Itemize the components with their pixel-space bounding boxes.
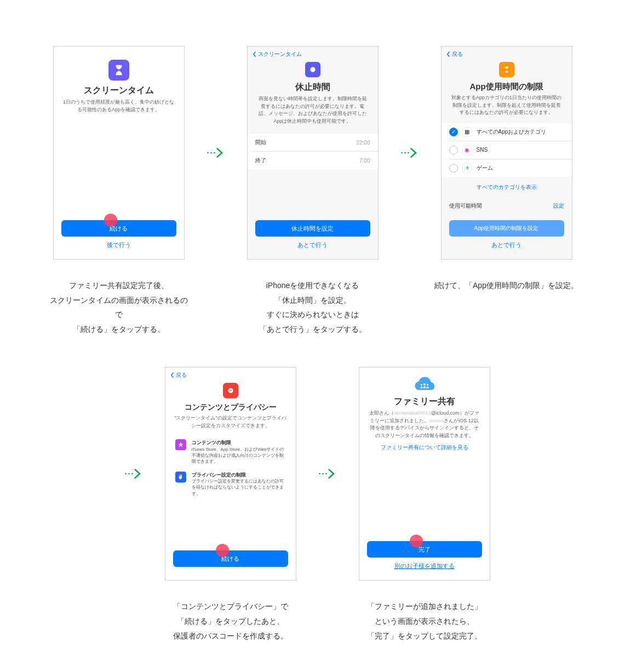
tap-indicator: [104, 214, 117, 227]
nav-back-4[interactable]: 戻る: [170, 371, 187, 379]
cat-row-2[interactable]: ✈ ゲーム: [441, 159, 572, 177]
feature-content: コンテンツの制限iTunes Store、App Store、およびWebサイト…: [165, 436, 296, 468]
set-downtime-button[interactable]: 休止時間を設定: [255, 220, 370, 237]
continue-button-1[interactable]: 続ける: [61, 220, 176, 237]
feature-privacy: プライバシー設定の制限プライバシー設定を変更するにはあなたの許可を得なければなら…: [165, 468, 296, 500]
game-icon: ✈: [462, 163, 472, 173]
svg-point-6: [408, 152, 409, 154]
svg-point-1: [210, 152, 212, 154]
later-link-2[interactable]: あとで行う: [248, 237, 378, 254]
svg-point-12: [319, 473, 320, 475]
svg-point-9: [131, 473, 133, 475]
desc-4: "スクリーンタイム"の設定でコンテンツとプライバシー設定をカスタマイズできます。: [165, 412, 296, 432]
svg-point-5: [404, 152, 406, 154]
nav-4: 戻る: [165, 367, 296, 383]
checkbox-off[interactable]: [449, 164, 458, 173]
later-link-1[interactable]: 後で行う: [54, 237, 184, 254]
desc-5: 太郎さん（tarotanaka00011@icloud.com）がファミリーに追…: [359, 407, 490, 441]
title-3: App使用時間の制限: [441, 82, 572, 92]
caption-1: ファミリー共有設定完了後、 スクリーンタイムの画面が表示されるので 「続ける」を…: [42, 278, 196, 336]
end-row[interactable]: 終了7:00: [248, 152, 378, 169]
nav-back-2[interactable]: スクリーンタイム: [252, 50, 302, 58]
svg-point-8: [128, 473, 130, 475]
title-5: ファミリー共有: [359, 396, 490, 407]
all-apps-icon: ▦: [462, 127, 472, 137]
svg-point-15: [420, 384, 422, 386]
svg-point-16: [423, 383, 426, 386]
step-2: スクリーンタイム 休止時間 画面を見ない時間帯を設定します。制限時間を延長するに…: [236, 46, 389, 336]
arrow-icon: [318, 367, 337, 581]
cloud-family-icon: [414, 376, 435, 392]
phone-5: ファミリー共有 太郎さん（tarotanaka00011@icloud.com）…: [359, 367, 490, 581]
cat-row-1[interactable]: ◉ SNS: [441, 141, 572, 159]
desc-2: 画面を見ない時間帯を設定します。制限時間を延長するにはあなたの許可が必要になりま…: [248, 93, 378, 127]
title-1: スクリーンタイム: [54, 85, 184, 96]
done-button[interactable]: 完了: [367, 541, 482, 558]
nav-3: 戻る: [441, 47, 572, 62]
step-3: 戻る App使用時間の制限 対象とするAppカテゴリの1日当たりの使用時間の制限…: [430, 46, 583, 293]
caption-4: 「コンテンツとプライバシー」で 「続ける」をタップしたあと、 保護者のパスコード…: [169, 599, 293, 643]
arrow-icon: [124, 367, 143, 581]
row-2: 戻る コンテンツとプライバシー "スクリーンタイム"の設定でコンテンツとプライバ…: [0, 336, 625, 643]
tap-indicator: [216, 544, 229, 557]
svg-point-13: [322, 473, 324, 475]
cat-label: SNS: [477, 147, 488, 153]
hand-icon: [175, 472, 186, 483]
phone-3: 戻る App使用時間の制限 対象とするAppカテゴリの1日当たりの使用時間の制限…: [441, 46, 572, 260]
cat-label: ゲーム: [477, 164, 493, 172]
svg-point-2: [214, 152, 215, 154]
caption-3: 続けて、「App使用時間の制限」を設定。: [430, 278, 583, 293]
phone-1: スクリーンタイム 1日のうちで使用頻度が最も高く、集中の妨げとなる可能性のあるA…: [53, 46, 185, 260]
desc-1: 1日のうちで使用頻度が最も高く、集中の妨げとなる可能性のあるAppを確認できます…: [54, 96, 184, 116]
hourglass-icon: [108, 60, 129, 81]
step-1: スクリーンタイム 1日のうちで使用頻度が最も高く、集中の妨げとなる可能性のあるA…: [42, 46, 196, 336]
checkbox-off[interactable]: [449, 146, 458, 154]
svg-point-17: [426, 384, 428, 386]
svg-point-4: [401, 152, 403, 154]
caption-2: iPhoneを使用できなくなる 「休止時間」を設定。 すぐに決められないときは …: [255, 278, 371, 336]
title-2: 休止時間: [248, 82, 378, 93]
arrow-icon: [207, 46, 225, 260]
row-1: スクリーンタイム 1日のうちで使用頻度が最も高く、集中の妨げとなる可能性のあるA…: [0, 0, 625, 336]
tap-indicator: [410, 535, 423, 548]
learn-more[interactable]: ファミリー共有について詳細を見る: [359, 441, 490, 453]
phone-2: スクリーンタイム 休止時間 画面を見ない時間帯を設定します。制限時間を延長するに…: [247, 46, 379, 260]
svg-point-14: [325, 473, 327, 475]
checkbox-on[interactable]: [449, 128, 458, 136]
shield-icon: [223, 383, 238, 398]
svg-point-7: [125, 473, 127, 475]
continue-button-4[interactable]: 続ける: [173, 550, 288, 567]
arrow-icon: [400, 46, 419, 260]
moon-icon: [305, 62, 320, 77]
svg-point-0: [207, 152, 209, 154]
title-4: コンテンツとプライバシー: [165, 403, 296, 412]
cat-label: すべてのAppおよびカテゴリ: [477, 128, 547, 136]
step-4: 戻る コンテンツとプライバシー "スクリーンタイム"の設定でコンテンツとプライバ…: [154, 367, 307, 643]
phone-4: 戻る コンテンツとプライバシー "スクリーンタイム"の設定でコンテンツとプライバ…: [165, 367, 296, 581]
time-row[interactable]: 使用可能時間 設定: [441, 198, 572, 214]
nav-2: スクリーンタイム: [248, 47, 378, 62]
cat-row-0[interactable]: ▦ すべてのAppおよびカテゴリ: [441, 123, 572, 141]
star-icon: [175, 439, 186, 450]
nav-back-3[interactable]: 戻る: [446, 50, 463, 58]
caption-5: 「ファミリーが追加されました」 という画面が表示されたら、 「完了」をタップして…: [363, 599, 486, 643]
add-child-link[interactable]: 別のお子様を追加する: [359, 558, 490, 575]
step-5: ファミリー共有 太郎さん（tarotanaka00011@icloud.com）…: [348, 367, 501, 643]
set-limit-button[interactable]: App使用時間の制限を設定: [449, 220, 564, 237]
hourglass-small-icon: [499, 62, 514, 77]
start-row[interactable]: 開始22:00: [248, 134, 378, 151]
svg-rect-11: [229, 390, 232, 391]
svg-point-3: [310, 67, 315, 72]
later-link-3[interactable]: あとで行う: [441, 237, 572, 254]
sns-icon: ◉: [462, 145, 472, 155]
desc-3: 対象とするAppカテゴリの1日当たりの使用時間の制限を設定します。制限を超えて使…: [441, 92, 572, 119]
show-all-categories[interactable]: すべてのカテゴリを表示: [441, 177, 572, 198]
